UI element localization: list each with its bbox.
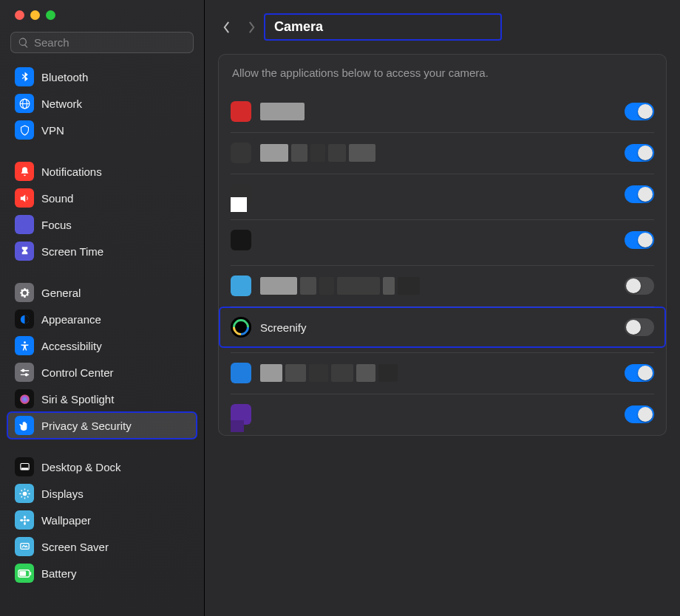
shield-icon xyxy=(15,120,34,140)
svg-point-6 xyxy=(20,394,30,404)
sidebar-item-label: Siri & Spotlight xyxy=(41,393,114,405)
sidebar-item-label: Notifications xyxy=(41,165,102,178)
flower-icon xyxy=(15,510,34,530)
redacted-name xyxy=(260,364,398,382)
sidebar-item-label: Appearance xyxy=(41,313,101,326)
camera-toggle[interactable] xyxy=(625,103,654,120)
sidebar-item-displays[interactable]: Displays xyxy=(7,480,197,507)
sidebar-item-appearance[interactable]: Appearance xyxy=(7,306,197,332)
sidebar-item-network[interactable]: Network xyxy=(7,90,197,117)
app-row xyxy=(219,174,666,215)
sidebar: BluetoothNetworkVPNNotificationsSoundFoc… xyxy=(0,0,205,616)
screensaver-icon xyxy=(15,537,34,556)
svg-rect-17 xyxy=(30,572,31,575)
sidebar-item-screen-time[interactable]: Screen Time xyxy=(7,238,197,264)
app-row xyxy=(219,91,666,132)
camera-toggle[interactable] xyxy=(625,144,654,162)
sidebar-item-desktop-dock[interactable]: Desktop & Dock xyxy=(7,454,197,480)
minimize-icon[interactable] xyxy=(30,10,40,20)
app-icon xyxy=(231,143,251,163)
page-title-highlight: Camera xyxy=(264,13,502,41)
speaker-icon xyxy=(15,188,34,208)
panel-description: Allow the applications below to access y… xyxy=(219,55,666,91)
sidebar-item-bluetooth[interactable]: Bluetooth xyxy=(7,64,197,90)
back-button[interactable] xyxy=(218,19,234,35)
svg-point-13 xyxy=(20,519,23,521)
camera-toggle[interactable] xyxy=(625,231,654,249)
camera-toggle[interactable] xyxy=(625,405,654,423)
window-controls xyxy=(7,7,197,32)
sidebar-item-focus[interactable]: Focus xyxy=(7,211,197,238)
camera-toggle[interactable] xyxy=(625,318,654,336)
toolbar: Camera xyxy=(218,0,667,54)
sliders-icon xyxy=(15,363,34,382)
sidebar-item-label: Screen Time xyxy=(41,245,103,258)
sidebar-item-sound[interactable]: Sound xyxy=(7,185,197,211)
page-title: Camera xyxy=(274,19,323,35)
sidebar-item-label: Network xyxy=(41,97,82,110)
app-row: Screenify xyxy=(219,307,666,348)
redacted-name xyxy=(260,103,305,120)
sidebar-item-screen-saver[interactable]: Screen Saver xyxy=(7,533,197,560)
svg-point-4 xyxy=(21,369,24,372)
app-row xyxy=(219,394,666,435)
svg-rect-8 xyxy=(21,468,28,468)
app-row xyxy=(219,265,666,307)
siri-icon xyxy=(15,389,34,408)
svg-point-11 xyxy=(24,516,26,519)
sidebar-item-siri-spotlight[interactable]: Siri & Spotlight xyxy=(7,386,197,412)
camera-toggle[interactable] xyxy=(625,364,654,382)
sidebar-item-battery[interactable]: Battery xyxy=(7,560,197,586)
search-icon xyxy=(18,37,30,49)
sidebar-item-label: Control Center xyxy=(41,366,114,379)
bell-icon xyxy=(15,162,34,181)
accessibility-icon xyxy=(15,336,34,355)
sidebar-item-wallpaper[interactable]: Wallpaper xyxy=(7,507,197,533)
svg-point-14 xyxy=(26,519,29,521)
globe-icon xyxy=(15,94,34,113)
sidebar-item-accessibility[interactable]: Accessibility xyxy=(7,332,197,359)
svg-rect-18 xyxy=(19,571,26,575)
svg-point-3 xyxy=(24,341,26,343)
moon-icon xyxy=(15,215,34,234)
dock-icon xyxy=(15,457,34,476)
bluetooth-icon xyxy=(15,67,34,86)
battery-icon xyxy=(15,564,34,583)
app-icon xyxy=(231,230,251,250)
camera-panel: Allow the applications below to access y… xyxy=(218,54,667,436)
forward-button[interactable] xyxy=(243,19,259,35)
camera-toggle[interactable] xyxy=(625,277,654,295)
search-field[interactable] xyxy=(10,32,194,53)
fullscreen-icon[interactable] xyxy=(46,10,55,20)
sidebar-item-label: Displays xyxy=(41,487,84,500)
sidebar-item-privacy-security[interactable]: Privacy & Security xyxy=(7,412,197,439)
app-row xyxy=(219,132,666,174)
sidebar-item-label: General xyxy=(41,287,81,299)
sidebar-item-vpn[interactable]: VPN xyxy=(7,117,197,143)
app-row xyxy=(219,352,666,394)
sidebar-item-control-center[interactable]: Control Center xyxy=(7,359,197,386)
app-icon xyxy=(231,101,251,122)
sun-icon xyxy=(15,484,34,503)
sidebar-item-label: VPN xyxy=(41,124,64,137)
sidebar-item-label: Sound xyxy=(41,192,73,205)
svg-point-12 xyxy=(24,521,26,524)
app-name-label: Screenify xyxy=(260,321,307,334)
sidebar-item-label: Accessibility xyxy=(41,340,102,352)
hand-icon xyxy=(15,416,34,435)
screenify-icon xyxy=(231,317,251,338)
sidebar-item-label: Focus xyxy=(41,219,72,231)
app-row xyxy=(219,219,666,261)
sidebar-item-label: Desktop & Dock xyxy=(41,461,121,473)
main-pane: Camera Allow the applications below to a… xyxy=(205,0,680,616)
sidebar-item-label: Screen Saver xyxy=(41,541,109,553)
search-input[interactable] xyxy=(34,36,186,49)
camera-toggle[interactable] xyxy=(625,185,654,203)
appearance-icon xyxy=(15,309,34,329)
sidebar-item-label: Battery xyxy=(41,567,77,580)
sidebar-item-general[interactable]: General xyxy=(7,279,197,306)
svg-point-9 xyxy=(22,491,27,496)
sidebar-item-notifications[interactable]: Notifications xyxy=(7,158,197,185)
close-icon[interactable] xyxy=(15,10,24,20)
app-icon xyxy=(231,276,251,296)
